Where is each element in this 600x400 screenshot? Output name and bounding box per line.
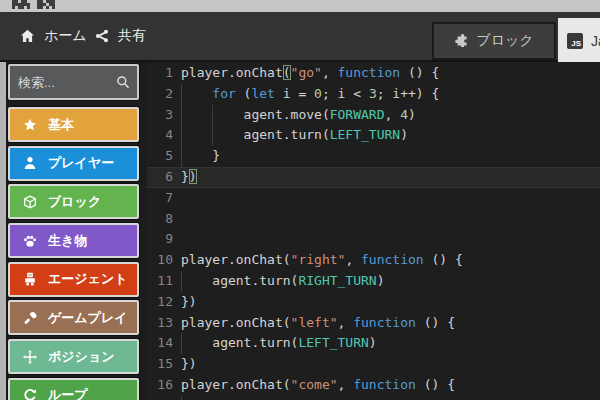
toolbar: ホーム 共有 ブロック JS Ja <box>0 12 600 62</box>
code-text: agent.teleportToPlayer() <box>173 396 600 400</box>
line-number: 4 <box>147 125 173 146</box>
line-number: 6 <box>147 167 173 188</box>
code-line-16[interactable]: 16player.onChat("come", function () { <box>147 375 600 396</box>
code-text <box>173 188 600 209</box>
star-icon <box>23 118 37 132</box>
code-line-10[interactable]: 10player.onChat("right", function () { <box>147 250 600 271</box>
code-line-4[interactable]: 4 agent.turn(LEFT_TURN) <box>147 125 600 146</box>
pixel-art-icon <box>12 0 34 11</box>
code-line-12[interactable]: 12}) <box>147 292 600 313</box>
line-number: 5 <box>147 146 173 167</box>
code-text: player.onChat("right", function () { <box>173 250 600 271</box>
code-line-9[interactable]: 9 <box>147 229 600 250</box>
line-number: 12 <box>147 292 173 313</box>
code-line-7[interactable]: 7 <box>147 188 600 209</box>
line-number: 9 <box>147 229 173 250</box>
category-2[interactable]: プレイヤー <box>8 146 139 181</box>
line-number: 10 <box>147 250 173 271</box>
line-number: 3 <box>147 105 173 126</box>
category-label: ゲームプレイ <box>48 309 128 327</box>
category-label: ループ <box>48 386 88 400</box>
code-line-2[interactable]: 2 for (let i = 0; i < 3; i++) { <box>147 84 600 105</box>
line-number: 15 <box>147 354 173 375</box>
share-icon <box>95 29 109 43</box>
category-3[interactable]: ブロック <box>8 184 139 219</box>
code-line-14[interactable]: 14 agent.turn(LEFT_TURN) <box>147 333 600 354</box>
home-icon <box>20 29 35 43</box>
code-line-17[interactable]: 17 agent.teleportToPlayer() <box>147 396 600 400</box>
toolbox-sidebar: 基本プレイヤーブロック生き物エージェントゲームプレイポジションループ <box>0 62 147 400</box>
category-5[interactable]: エージェント <box>8 262 139 297</box>
share-button[interactable]: 共有 <box>95 12 146 60</box>
agent-icon <box>23 272 37 286</box>
home-label: ホーム <box>44 27 87 45</box>
category-6[interactable]: ゲームプレイ <box>8 300 139 335</box>
sidebar-edge-strip <box>0 62 6 400</box>
code-text: agent.move(FORWARD, 4) <box>173 105 600 126</box>
line-number: 11 <box>147 271 173 292</box>
move-icon <box>23 350 37 364</box>
tab-blocks[interactable]: ブロック <box>432 22 556 60</box>
pixel-art-icon <box>37 0 59 11</box>
line-number: 1 <box>147 63 173 84</box>
loop-icon <box>23 388 37 400</box>
category-label: プレイヤー <box>48 154 114 172</box>
puzzle-icon <box>454 33 468 50</box>
category-1[interactable]: 基本 <box>8 107 139 142</box>
category-label: 生き物 <box>48 232 87 250</box>
code-text: player.onChat("left", function () { <box>173 313 600 334</box>
code-text: }) <box>173 292 600 313</box>
line-number: 17 <box>147 396 173 400</box>
code-text: agent.turn(RIGHT_TURN) <box>173 271 600 292</box>
code-line-8[interactable]: 8 <box>147 209 600 230</box>
code-text: player.onChat("go", function () { <box>173 63 600 84</box>
home-button[interactable]: ホーム <box>20 12 87 60</box>
game-top-strip <box>0 0 600 12</box>
search-box[interactable] <box>8 64 139 100</box>
code-line-6[interactable]: 6}) <box>147 167 600 188</box>
category-8[interactable]: ループ <box>8 378 139 400</box>
code-text: } <box>173 146 600 167</box>
category-list: 基本プレイヤーブロック生き物エージェントゲームプレイポジションループ <box>8 64 139 400</box>
code-text: }) <box>173 354 600 375</box>
category-label: エージェント <box>48 270 128 288</box>
tab-javascript-label: Ja <box>591 33 600 49</box>
line-number: 13 <box>147 313 173 334</box>
paw-icon <box>23 234 37 248</box>
category-7[interactable]: ポジション <box>8 339 139 374</box>
category-label: ブロック <box>48 193 101 211</box>
line-number: 7 <box>147 188 173 209</box>
code-editor[interactable]: 1player.onChat("go", function () {2 for … <box>147 62 600 400</box>
code-line-13[interactable]: 13player.onChat("left", function () { <box>147 313 600 334</box>
code-line-3[interactable]: 3 agent.move(FORWARD, 4) <box>147 105 600 126</box>
tab-javascript[interactable]: JS Ja <box>558 18 600 64</box>
line-number: 16 <box>147 375 173 396</box>
code-text: agent.turn(LEFT_TURN) <box>173 125 600 146</box>
code-line-1[interactable]: 1player.onChat("go", function () { <box>147 63 600 84</box>
main-area: 基本プレイヤーブロック生き物エージェントゲームプレイポジションループ 1play… <box>0 62 600 400</box>
category-label: ポジション <box>48 348 115 366</box>
tab-blocks-label: ブロック <box>476 32 533 50</box>
code-text <box>173 229 600 250</box>
category-4[interactable]: 生き物 <box>8 223 139 258</box>
line-number: 2 <box>147 84 173 105</box>
line-number: 14 <box>147 333 173 354</box>
block-icon <box>23 195 37 209</box>
code-text: player.onChat("come", function () { <box>173 375 600 396</box>
js-icon: JS <box>567 33 583 49</box>
code-line-5[interactable]: 5 } <box>147 146 600 167</box>
code-line-15[interactable]: 15}) <box>147 354 600 375</box>
code-text: for (let i = 0; i < 3; i++) { <box>173 84 600 105</box>
wrench-icon <box>23 311 37 325</box>
search-icon <box>116 75 130 93</box>
code-text: agent.turn(LEFT_TURN) <box>173 333 600 354</box>
code-builder-window: ホーム 共有 ブロック JS Ja <box>0 0 600 400</box>
code-text <box>173 209 600 230</box>
category-label: 基本 <box>48 116 74 134</box>
search-input[interactable] <box>18 66 113 98</box>
code-line-11[interactable]: 11 agent.turn(RIGHT_TURN) <box>147 271 600 292</box>
code-text: }) <box>173 167 600 188</box>
share-label: 共有 <box>118 27 146 45</box>
line-number: 8 <box>147 209 173 230</box>
player-icon <box>23 156 37 170</box>
